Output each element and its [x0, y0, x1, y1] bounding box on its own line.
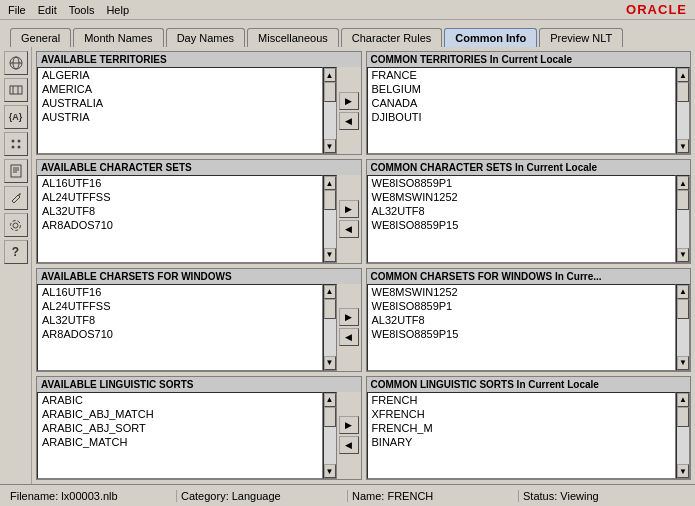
scrollbar-common-charsets[interactable]: ▲ ▼ — [676, 175, 690, 262]
list-item[interactable]: WE8ISO8859P1 — [368, 299, 676, 313]
list-common-charsets[interactable]: WE8ISO8859P1 WE8MSWIN1252 AL32UTF8 WE8IS… — [367, 175, 677, 262]
svg-point-7 — [17, 146, 20, 149]
charset-arrow-buttons: ▶ ◀ — [337, 175, 361, 262]
scrollbar-avail-charsets[interactable]: ▲ ▼ — [323, 175, 337, 262]
sidebar-btn-dots[interactable] — [4, 132, 28, 156]
list-common-ling-sorts[interactable]: FRENCH XFRENCH FRENCH_M BINARY — [367, 392, 677, 479]
scrollbar-avail-territories[interactable]: ▲ ▼ — [323, 67, 337, 154]
menu-help[interactable]: Help — [106, 4, 129, 16]
scroll-down-btn[interactable]: ▼ — [677, 464, 689, 478]
scroll-up-btn[interactable]: ▲ — [677, 176, 689, 190]
list-item[interactable]: ARABIC_ABJ_SORT — [38, 421, 322, 435]
scroll-down-btn[interactable]: ▼ — [677, 139, 689, 153]
scroll-down-btn[interactable]: ▼ — [324, 464, 336, 478]
panel-avail-charsets-windows-title: AVAILABLE CHARSETS FOR WINDOWS — [37, 269, 361, 284]
scrollbar-common-ling-sorts[interactable]: ▲ ▼ — [676, 392, 690, 479]
arrow-left-btn[interactable]: ◀ — [339, 328, 359, 346]
list-item[interactable]: AR8ADOS710 — [38, 327, 322, 341]
panel-avail-charsets-windows: AVAILABLE CHARSETS FOR WINDOWS AL16UTF16… — [36, 268, 362, 372]
scrollbar-common-territories[interactable]: ▲ ▼ — [676, 67, 690, 154]
list-item[interactable]: BINARY — [368, 435, 676, 449]
territory-arrow-buttons: ▶ ◀ — [337, 67, 361, 154]
sidebar-btn-pencil[interactable] — [4, 186, 28, 210]
scrollbar-common-charsets-windows[interactable]: ▲ ▼ — [676, 284, 690, 371]
arrow-left-btn[interactable]: ◀ — [339, 436, 359, 454]
arrow-right-btn[interactable]: ▶ — [339, 92, 359, 110]
scrollbar-avail-ling-sorts[interactable]: ▲ ▼ — [323, 392, 337, 479]
sidebar-btn-page[interactable] — [4, 159, 28, 183]
tab-miscellaneous[interactable]: Miscellaneous — [247, 28, 339, 47]
list-item[interactable]: CANADA — [368, 96, 676, 110]
list-item[interactable]: AR8ADOS710 — [38, 218, 322, 232]
scroll-down-btn[interactable]: ▼ — [324, 139, 336, 153]
scroll-up-btn[interactable]: ▲ — [677, 393, 689, 407]
list-item[interactable]: WE8ISO8859P1 — [368, 176, 676, 190]
scroll-up-btn[interactable]: ▲ — [677, 285, 689, 299]
panel-avail-ling-sorts: AVAILABLE LINGUISTIC SORTS ARABIC ARABIC… — [36, 376, 362, 480]
list-item[interactable]: FRANCE — [368, 68, 676, 82]
sidebar-btn-text[interactable]: {A} — [4, 105, 28, 129]
scroll-down-btn[interactable]: ▼ — [324, 248, 336, 262]
menu-edit[interactable]: Edit — [38, 4, 57, 16]
arrow-right-btn[interactable]: ▶ — [339, 416, 359, 434]
list-avail-charsets[interactable]: AL16UTF16 AL24UTFFSS AL32UTF8 AR8ADOS710 — [37, 175, 323, 262]
list-item[interactable]: AL24UTFFSS — [38, 190, 322, 204]
list-item[interactable]: WE8MSWIN1252 — [368, 285, 676, 299]
list-item[interactable]: AUSTRIA — [38, 110, 322, 124]
tab-month-names[interactable]: Month Names — [73, 28, 163, 47]
list-avail-ling-sorts[interactable]: ARABIC ARABIC_ABJ_MATCH ARABIC_ABJ_SORT … — [37, 392, 323, 479]
list-avail-charsets-windows[interactable]: AL16UTF16 AL24UTFFSS AL32UTF8 AR8ADOS710 — [37, 284, 323, 371]
scroll-up-btn[interactable]: ▲ — [324, 176, 336, 190]
list-item[interactable]: ARABIC — [38, 393, 322, 407]
sidebar-btn-cog[interactable] — [4, 213, 28, 237]
arrow-right-btn[interactable]: ▶ — [339, 308, 359, 326]
arrow-left-btn[interactable]: ◀ — [339, 112, 359, 130]
list-item[interactable]: FRENCH_M — [368, 421, 676, 435]
scroll-up-btn[interactable]: ▲ — [677, 68, 689, 82]
menu-tools[interactable]: Tools — [69, 4, 95, 16]
list-item[interactable]: AL24UTFFSS — [38, 299, 322, 313]
scroll-up-btn[interactable]: ▲ — [324, 393, 336, 407]
list-common-charsets-windows[interactable]: WE8MSWIN1252 WE8ISO8859P1 AL32UTF8 WE8IS… — [367, 284, 677, 371]
list-item[interactable]: AL32UTF8 — [368, 204, 676, 218]
tab-preview-nlt[interactable]: Preview NLT — [539, 28, 623, 47]
list-item[interactable]: FRENCH — [368, 393, 676, 407]
svg-point-12 — [13, 223, 18, 228]
panel-common-ling-sorts-title: COMMON LINGUISTIC SORTS In Current Local… — [367, 377, 691, 392]
list-item[interactable]: WE8ISO8859P15 — [368, 327, 676, 341]
list-item[interactable]: DJIBOUTI — [368, 110, 676, 124]
arrow-right-btn[interactable]: ▶ — [339, 200, 359, 218]
sidebar-btn-help[interactable]: ? — [4, 240, 28, 264]
list-item[interactable]: WE8MSWIN1252 — [368, 190, 676, 204]
list-item[interactable]: AL16UTF16 — [38, 285, 322, 299]
list-item[interactable]: ARABIC_ABJ_MATCH — [38, 407, 322, 421]
scroll-down-btn[interactable]: ▼ — [677, 248, 689, 262]
sidebar-btn-map[interactable] — [4, 78, 28, 102]
scroll-up-btn[interactable]: ▲ — [324, 285, 336, 299]
list-item[interactable]: AL32UTF8 — [38, 204, 322, 218]
list-common-territories[interactable]: FRANCE BELGIUM CANADA DJIBOUTI — [367, 67, 677, 154]
list-item[interactable]: AL16UTF16 — [38, 176, 322, 190]
tab-common-info[interactable]: Common Info — [444, 28, 537, 47]
sidebar-btn-globe[interactable] — [4, 51, 28, 75]
list-item[interactable]: AL32UTF8 — [38, 313, 322, 327]
tab-day-names[interactable]: Day Names — [166, 28, 245, 47]
list-item[interactable]: XFRENCH — [368, 407, 676, 421]
tab-general[interactable]: General — [10, 28, 71, 47]
list-item[interactable]: AL32UTF8 — [368, 313, 676, 327]
list-item[interactable]: BELGIUM — [368, 82, 676, 96]
list-item[interactable]: AUSTRALIA — [38, 96, 322, 110]
scroll-down-btn[interactable]: ▼ — [324, 356, 336, 370]
list-avail-territories[interactable]: ALGERIA AMERICA AUSTRALIA AUSTRIA — [37, 67, 323, 154]
svg-point-13 — [11, 220, 21, 230]
scrollbar-avail-charsets-windows[interactable]: ▲ ▼ — [323, 284, 337, 371]
scroll-up-btn[interactable]: ▲ — [324, 68, 336, 82]
scroll-down-btn[interactable]: ▼ — [677, 356, 689, 370]
menu-file[interactable]: File — [8, 4, 26, 16]
arrow-left-btn[interactable]: ◀ — [339, 220, 359, 238]
list-item[interactable]: WE8ISO8859P15 — [368, 218, 676, 232]
list-item[interactable]: ARABIC_MATCH — [38, 435, 322, 449]
list-item[interactable]: ALGERIA — [38, 68, 322, 82]
tab-character-rules[interactable]: Character Rules — [341, 28, 442, 47]
list-item[interactable]: AMERICA — [38, 82, 322, 96]
